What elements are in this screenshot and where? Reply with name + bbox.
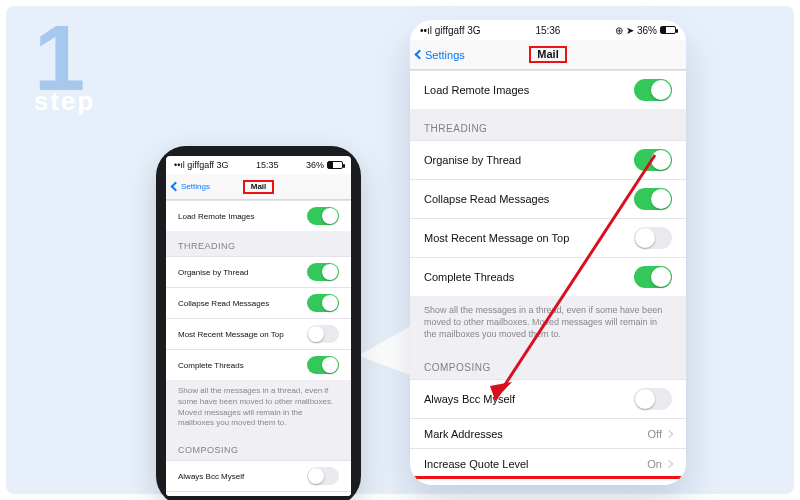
toggle-bcc[interactable]	[307, 467, 339, 485]
row-organise-thread[interactable]: Organise by Thread	[410, 140, 686, 179]
status-bar: ••ıl giffgaff 3G 15:35 36%	[166, 156, 351, 174]
zoom-callout-wedge	[358, 322, 418, 378]
section-header-threading: THREADING	[410, 109, 686, 140]
phone-mockup: ••ıl giffgaff 3G 15:35 36% Settings Mail…	[156, 146, 361, 500]
row-most-recent-top[interactable]: Most Recent Message on Top	[410, 218, 686, 257]
toggle-organise[interactable]	[307, 263, 339, 281]
battery-icon	[660, 26, 676, 34]
row-collapse-read[interactable]: Collapse Read Messages	[166, 287, 351, 318]
toggle-load-remote[interactable]	[634, 79, 672, 101]
chevron-left-icon	[171, 182, 181, 192]
page-title: Mail	[243, 180, 275, 194]
row-bcc-myself[interactable]: Always Bcc Myself	[166, 460, 351, 491]
clock-label: 15:36	[535, 25, 560, 36]
settings-list: Load Remote Images THREADING Organise by…	[410, 70, 686, 485]
row-complete-threads[interactable]: Complete Threads	[166, 349, 351, 380]
back-label: Settings	[425, 49, 465, 61]
settings-list: Load Remote Images THREADING Organise by…	[166, 200, 351, 496]
clock-label: 15:35	[256, 160, 279, 170]
toggle-bcc[interactable]	[634, 388, 672, 410]
back-button[interactable]: Settings	[172, 182, 210, 191]
tutorial-stage: 1 step ••ıl giffgaff 3G 15:35 36% Settin…	[6, 6, 794, 494]
toggle-collapse[interactable]	[307, 294, 339, 312]
phone-screen: ••ıl giffgaff 3G 15:35 36% Settings Mail…	[166, 156, 351, 496]
status-bar: ••ıl giffgaff 3G 15:36 ⊕ ➤ 36%	[410, 20, 686, 40]
carrier-label: ••ıl giffgaff 3G	[420, 25, 481, 36]
row-organise-thread[interactable]: Organise by Thread	[166, 256, 351, 287]
chevron-right-icon	[665, 460, 673, 468]
toggle-most-recent[interactable]	[634, 227, 672, 249]
row-load-remote-images[interactable]: Load Remote Images	[410, 70, 686, 109]
toggle-load-remote[interactable]	[307, 207, 339, 225]
toggle-most-recent[interactable]	[307, 325, 339, 343]
row-collapse-read[interactable]: Collapse Read Messages	[410, 179, 686, 218]
toggle-complete[interactable]	[307, 356, 339, 374]
row-quote-level[interactable]: Increase Quote LevelOn	[410, 448, 686, 478]
chevron-left-icon	[415, 50, 425, 60]
page-title: Mail	[529, 46, 566, 63]
battery-icon	[327, 161, 343, 169]
row-complete-threads[interactable]: Complete Threads	[410, 257, 686, 296]
threading-footer: Show all the messages in a thread, even …	[166, 380, 351, 435]
row-most-recent-top[interactable]: Most Recent Message on Top	[166, 318, 351, 349]
status-right: ⊕ ➤ 36%	[615, 25, 676, 36]
chevron-right-icon	[665, 430, 673, 438]
section-header-composing: COMPOSING	[166, 435, 351, 460]
step-number: 1	[34, 22, 95, 96]
section-header-composing: COMPOSING	[410, 348, 686, 379]
toggle-collapse[interactable]	[634, 188, 672, 210]
toggle-organise[interactable]	[634, 149, 672, 171]
nav-bar: Settings Mail	[166, 174, 351, 200]
row-load-remote-images[interactable]: Load Remote Images	[166, 200, 351, 231]
back-button[interactable]: Settings	[416, 49, 465, 61]
step-badge: 1 step	[34, 22, 95, 117]
status-right: 36%	[306, 160, 343, 170]
back-label: Settings	[181, 182, 210, 191]
section-header-threading: THREADING	[166, 231, 351, 256]
row-signature[interactable]: SignatureChristina Johnson PhD Internati…	[410, 478, 686, 485]
step-word: step	[34, 86, 95, 117]
row-mark-addresses[interactable]: Mark AddressesOff	[410, 418, 686, 448]
row-mark-addresses[interactable]: Mark AddressesOff	[166, 491, 351, 496]
row-bcc-myself[interactable]: Always Bcc Myself	[410, 379, 686, 418]
threading-footer: Show all the messages in a thread, even …	[410, 296, 686, 348]
carrier-label: ••ıl giffgaff 3G	[174, 160, 229, 170]
nav-bar: Settings Mail	[410, 40, 686, 70]
toggle-complete[interactable]	[634, 266, 672, 288]
zoom-panel: ••ıl giffgaff 3G 15:36 ⊕ ➤ 36% Settings …	[410, 20, 686, 485]
